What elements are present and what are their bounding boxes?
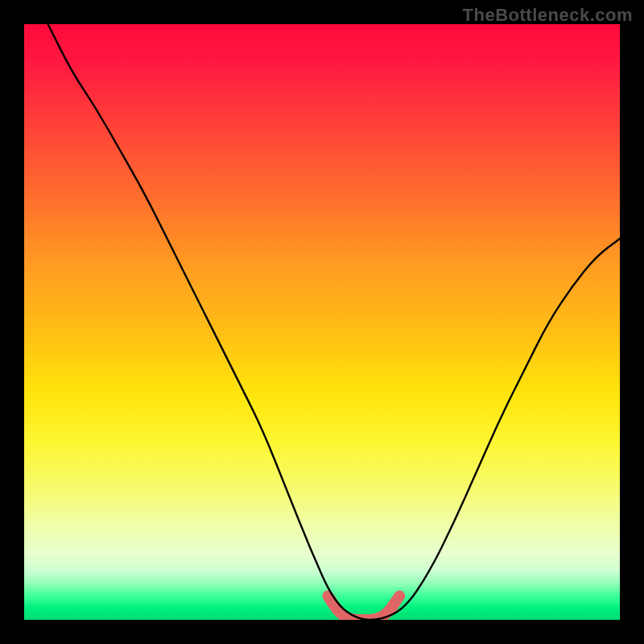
plot-area [24, 24, 620, 620]
bottleneck-curve-path [48, 24, 620, 620]
chart-stage: TheBottleneck.com [0, 0, 644, 644]
watermark-text: TheBottleneck.com [463, 5, 633, 26]
curve-layer [24, 24, 620, 620]
